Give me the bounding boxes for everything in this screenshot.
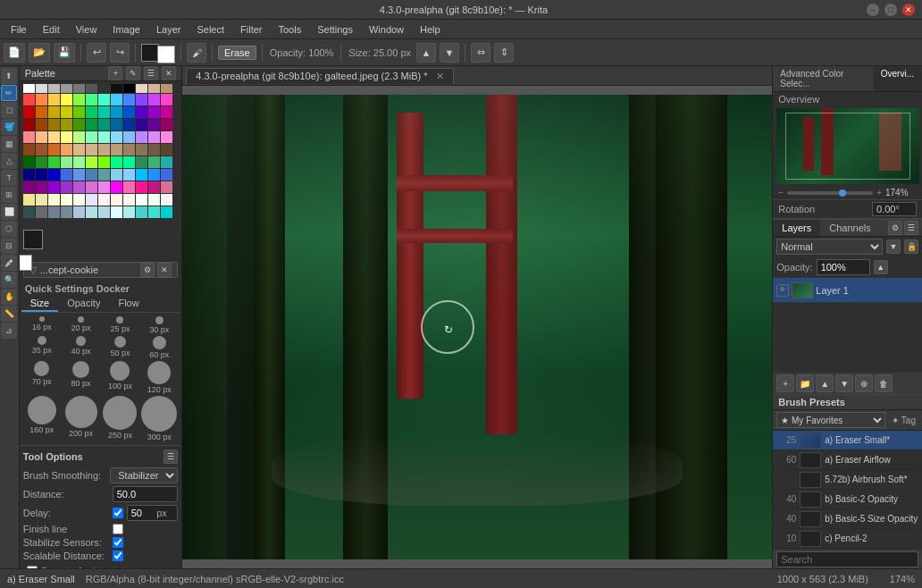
zoom-plus-icon[interactable]: + [876,188,882,197]
stabilize-sensors-checkbox[interactable] [113,537,123,548]
background-color-box[interactable] [20,255,32,271]
layers-options-button[interactable]: ⚙ [888,221,902,235]
menu-item-settings[interactable]: Settings [310,22,360,37]
size-down-button[interactable]: ▼ [440,43,459,63]
zoom-slider[interactable] [787,191,873,195]
menu-item-file[interactable]: File [4,22,34,37]
brush-list-item[interactable]: 5.72b) Airbrush Soft* [773,470,922,490]
layer-visibility-toggle[interactable]: 👁 [776,284,789,297]
brush-preset-button[interactable]: 🖌 [187,43,206,63]
qs-tab-flow[interactable]: Flow [109,296,147,312]
tool-shape[interactable]: △ [1,153,17,169]
menu-item-window[interactable]: Window [362,22,411,37]
brush-size-item[interactable]: 35 px [23,336,61,359]
menu-item-tools[interactable]: Tools [272,22,309,37]
tool-cursor[interactable]: ⬆ [1,68,17,84]
tool-measure[interactable]: 📏 [1,306,17,322]
brush-list-item[interactable]: 60a) Eraser Airflow [773,450,922,470]
redo-button[interactable]: ↪ [110,43,130,63]
brush-size-item[interactable]: 40 px [63,336,100,359]
tool-brush[interactable]: ✏ [1,85,17,101]
undo-button[interactable]: ↩ [87,43,106,63]
brush-list-item[interactable]: 25a) Eraser Small* [773,431,922,450]
window-controls[interactable]: – □ ✕ [867,4,915,16]
qs-tab-opacity[interactable]: Opacity [58,296,109,312]
brush-size-item[interactable]: 50 px [101,336,138,359]
qs-tab-size[interactable]: Size [21,296,58,312]
menu-item-view[interactable]: View [69,22,105,37]
zoom-minus-icon[interactable]: − [778,188,784,197]
palette-add-button[interactable]: + [108,66,122,80]
mirror-button[interactable]: ⇔ [471,43,490,63]
menu-item-edit[interactable]: Edit [36,22,67,37]
rotation-input[interactable] [872,202,917,216]
palette-close-button[interactable]: ✕ [162,66,176,80]
new-button[interactable]: 📄 [4,43,25,63]
menu-item-image[interactable]: Image [105,22,147,37]
opacity-input[interactable] [817,259,870,275]
brush-size-item[interactable]: 20 px [63,316,100,334]
tool-fill[interactable]: 🪣 [1,119,17,135]
blend-mode-options-button[interactable]: ▼ [886,239,901,254]
brush-list-item[interactable]: 10c) Pencil-2 [773,529,922,549]
brush-list-item[interactable]: 40b) Basic-2 Opacity [773,490,922,509]
brush-size-item[interactable]: 200 px [63,396,100,441]
distance-value[interactable] [113,486,179,502]
duplicate-layer-button[interactable]: ⊕ [855,374,873,392]
background-color[interactable] [157,46,175,63]
close-button[interactable]: ✕ [902,4,915,16]
canvas-close-button[interactable]: ✕ [436,71,444,81]
opacity-increase-button[interactable]: ▲ [874,260,888,274]
alpha-lock-button[interactable]: 🔒 [904,239,918,254]
size-up-button[interactable]: ▲ [416,43,436,63]
palette-edit-button[interactable]: ✎ [126,66,140,80]
tab-overview[interactable]: Overvi... [874,66,922,91]
tool-eraser[interactable]: ◻ [1,102,17,118]
tab-advanced-color[interactable]: Advanced Color Selec... [773,66,874,91]
layer-options-button[interactable]: ⚙ [140,263,155,277]
tool-options-menu-button[interactable]: ☰ [163,449,178,464]
brush-size-item[interactable]: 160 px [23,396,61,441]
tab-channels[interactable]: Channels [820,220,879,236]
layer-down-button[interactable]: ▼ [835,374,853,392]
brush-list-item[interactable]: 40b) Basic-5 Size Opacity [773,509,922,529]
delay-checkbox[interactable] [113,508,123,518]
flip-button[interactable]: ⇕ [494,43,514,63]
add-layer-button[interactable]: + [776,374,794,392]
brush-size-item[interactable]: 80 px [63,361,100,394]
tool-crop[interactable]: ⊟ [1,238,17,254]
layer-up-button[interactable]: ▲ [816,374,834,392]
brush-size-item[interactable]: 25 px [101,316,138,334]
delay-value[interactable]: px [127,505,179,521]
brush-category-select[interactable]: ★ My Favorites [776,412,885,428]
palette-canvas[interactable] [22,83,179,226]
overview-canvas[interactable] [776,108,919,184]
save-button[interactable]: 💾 [54,43,75,63]
color-selector[interactable] [23,230,55,258]
tool-transform[interactable]: ⊞ [1,187,17,203]
brush-size-item[interactable]: 250 px [101,396,138,441]
brush-size-item[interactable]: 60 px [140,336,178,359]
brush-size-item[interactable]: 300 px [140,396,178,441]
brush-size-item[interactable]: 70 px [23,361,61,394]
menu-item-help[interactable]: Help [413,22,448,37]
layer-close-button[interactable]: ✕ [157,263,172,277]
distance-input[interactable] [117,489,174,500]
scalable-distance-checkbox[interactable] [113,550,123,561]
open-button[interactable]: 📂 [29,43,50,63]
finish-line-checkbox[interactable] [113,524,123,534]
brush-size-item[interactable]: 120 px [140,361,178,394]
tool-pan[interactable]: ✋ [1,289,17,305]
palette-menu-button[interactable]: ☰ [144,66,158,80]
layer-name-bar[interactable]: ▽ ...cept-cookie ⚙ ✕ [23,262,179,278]
brush-smoothing-select[interactable]: Stabilizer Basic None [110,467,178,483]
foreground-color-box[interactable] [23,230,43,249]
tool-select-free[interactable]: ⬡ [1,221,17,237]
snap-checkbox[interactable] [27,566,38,568]
tab-layers[interactable]: Layers [773,220,820,236]
canvas-image[interactable]: ↻ [182,95,772,559]
menu-item-layer[interactable]: Layer [149,22,189,37]
canvas-viewport[interactable]: ↻ [182,86,772,568]
tool-zoom[interactable]: 🔍 [1,272,17,288]
tag-button[interactable]: ✦ Tag [889,416,918,425]
